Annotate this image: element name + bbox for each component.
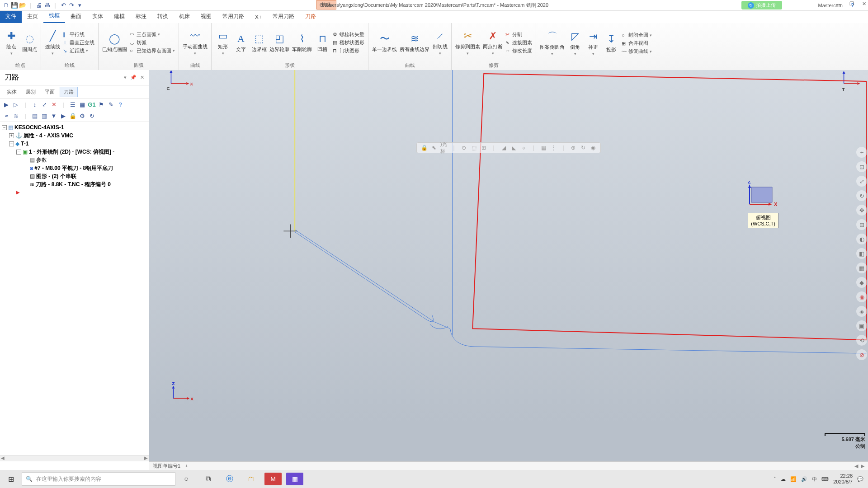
tab-model[interactable]: 建模 xyxy=(108,10,130,23)
tab-file[interactable]: 文件 xyxy=(0,10,22,23)
offset-button[interactable]: ⇥补正▾ xyxy=(585,30,601,56)
zoomin-icon[interactable]: ＋ xyxy=(856,147,867,158)
stairs[interactable]: ▤楼梯状图形 xyxy=(333,39,364,46)
lock-icon[interactable]: 🔒 xyxy=(69,112,76,119)
rect-button[interactable]: ▭矩形▾ xyxy=(215,30,231,56)
tab-machine[interactable]: 机床 xyxy=(174,10,195,23)
join[interactable]: ∿连接图素 xyxy=(505,39,532,46)
new-icon[interactable]: 🗋 xyxy=(3,2,10,9)
tab-transform[interactable]: 转换 xyxy=(152,10,174,23)
flag-icon[interactable]: ⚑ xyxy=(98,101,105,108)
hide-icon[interactable]: ◉ xyxy=(856,291,867,302)
graphics-viewport[interactable]: X Z C Z T X Z xyxy=(149,70,868,461)
top-icon[interactable]: ▣ xyxy=(856,320,867,331)
text-button[interactable]: A文字 xyxy=(233,33,249,53)
rotate-icon[interactable]: ↻ xyxy=(856,190,867,201)
wireframe-icon[interactable]: ▦ xyxy=(856,263,867,273)
operations-tree[interactable]: −▦ KESOCNC-4AXIS-1 +⚓ 属性 - 4 - AXIS VMC … xyxy=(0,122,149,198)
right-icon[interactable]: ▶ xyxy=(60,112,67,119)
keyboard-icon[interactable]: ⌨ xyxy=(821,476,829,482)
close-button[interactable]: ✕ xyxy=(862,1,866,7)
t2-icon[interactable]: ≋ xyxy=(12,112,19,119)
gear-icon[interactable]: ⚙ xyxy=(79,112,86,119)
parallel-line[interactable]: ∥平行线 xyxy=(63,31,94,38)
explorer-icon[interactable]: 🗀 xyxy=(241,470,262,488)
save-icon[interactable]: 💾 xyxy=(11,2,18,9)
point-button[interactable]: ✚绘点▾ xyxy=(4,30,19,56)
close-circle[interactable]: ○封闭全圆▾ xyxy=(622,32,652,38)
all-edges[interactable]: ≋所有曲线边界 xyxy=(400,33,429,53)
tangent-arc[interactable]: ◡切弧 xyxy=(130,39,175,46)
minimize-button[interactable]: — xyxy=(836,1,841,7)
help2-icon[interactable]: ? xyxy=(117,101,124,108)
bolt-vector[interactable]: ⚙螺栓转矢量 xyxy=(333,31,364,38)
tab-levels[interactable]: 层别 xyxy=(22,87,40,97)
panel-hscroll[interactable]: ◀▶ xyxy=(0,455,149,461)
printpv-icon[interactable]: 🖶 xyxy=(43,2,51,9)
fit-icon[interactable]: ⤢ xyxy=(856,176,867,187)
tab-toolpaths2[interactable]: 常用刀路 xyxy=(267,10,300,23)
insert-arrow-icon[interactable]: ▶ xyxy=(16,188,20,197)
turnprofile-button[interactable]: ⌇车削轮廓 xyxy=(292,33,312,53)
modify-len[interactable]: ↔修改长度 xyxy=(505,47,532,54)
notifications-icon[interactable]: 💬 xyxy=(857,476,863,482)
ime-indicator[interactable]: 中 xyxy=(812,476,817,483)
upload-button[interactable]: ↻拍摄上传 xyxy=(741,1,782,9)
lock2-icon[interactable]: 🔒 xyxy=(420,144,428,151)
network-icon[interactable]: 📶 xyxy=(790,476,797,482)
section-icon[interactable]: ⊟ xyxy=(856,219,867,230)
clock[interactable]: 22:282020/8/7 xyxy=(833,473,853,485)
edge-icon[interactable]: ⓔ xyxy=(219,470,241,488)
divide[interactable]: ✂分割 xyxy=(505,31,532,38)
door[interactable]: ⊓门状图形 xyxy=(333,47,364,54)
deselect-icon[interactable]: ▷ xyxy=(12,101,19,108)
tab-xplus[interactable]: X+ xyxy=(250,11,267,23)
zoomwin-icon[interactable]: ⊡ xyxy=(856,161,867,172)
taskview-icon[interactable]: ⧉ xyxy=(197,470,219,488)
perp-line[interactable]: ⊥垂直正交线 xyxy=(63,39,94,46)
close-panel-icon[interactable]: ✕ xyxy=(140,75,144,80)
project-button[interactable]: ↧投影 xyxy=(604,33,619,53)
t4-icon[interactable]: ▥ xyxy=(41,112,48,119)
maximize-button[interactable]: ❐ xyxy=(849,1,854,7)
slice[interactable]: ⟋剖切线▾ xyxy=(432,30,448,56)
start-button[interactable]: ⊞ xyxy=(0,470,22,488)
selection-contextbar[interactable]: 🔒⬉ )光标 | ⊙⬚⊞| ◢◣⟐| ▦⋮| ⊕↻◉ xyxy=(416,142,601,153)
closest-line[interactable]: ↘近距线▾ xyxy=(63,47,94,54)
relief-button[interactable]: ⊓凹槽 xyxy=(315,33,330,53)
expand-icon[interactable]: ⤢ xyxy=(41,101,48,108)
merge-view[interactable]: ⊞合并视图 xyxy=(622,40,652,47)
select-icon[interactable]: ▶ xyxy=(3,101,10,108)
tray-up-icon[interactable]: ˄ xyxy=(774,476,776,482)
down-icon[interactable]: ▼ xyxy=(50,112,57,119)
spline-button[interactable]: 〰手动画曲线▾ xyxy=(183,30,208,56)
cortana-icon[interactable]: ○ xyxy=(175,470,197,488)
pan-icon[interactable]: ✥ xyxy=(856,205,867,216)
iso-icon[interactable]: ◈ xyxy=(856,306,867,317)
refresh-icon[interactable]: ↻ xyxy=(88,112,95,119)
tab-toolpath-context[interactable]: 刀路 xyxy=(300,10,321,23)
trim-button[interactable]: ✂修剪到图素▾ xyxy=(455,30,480,56)
g-icon[interactable]: G1 xyxy=(88,101,95,108)
redo-icon[interactable]: ↷ xyxy=(68,2,75,9)
silhouette-button[interactable]: ◰边界轮廓 xyxy=(269,33,289,53)
x-icon[interactable]: ✕ xyxy=(50,101,57,108)
view-gnomon[interactable]: X Z xyxy=(737,181,778,214)
undo-icon[interactable]: ↶ xyxy=(60,2,67,9)
app2-icon[interactable]: ▦ xyxy=(284,470,306,488)
view-number[interactable]: 视图单编号1 xyxy=(153,463,180,469)
mastercam-app-icon[interactable]: M xyxy=(262,470,284,488)
taskbar-search[interactable]: 🔍 在这里输入你要搜索的内容 xyxy=(22,472,175,486)
cursor-icon[interactable]: ⬉ xyxy=(430,144,438,151)
material-icon[interactable]: ◆ xyxy=(856,277,867,288)
tab-toolpaths-side[interactable]: 刀路 xyxy=(60,87,78,97)
line-button[interactable]: ╱连续线▾ xyxy=(45,30,60,56)
tab-view[interactable]: 视图 xyxy=(195,10,217,23)
tab-home[interactable]: 主页 xyxy=(22,10,43,23)
bbox-button[interactable]: ⬚边界框 xyxy=(251,33,267,53)
prev-icon[interactable]: ⟲ xyxy=(856,335,867,346)
dropdown-icon[interactable]: ▾ xyxy=(124,75,127,80)
volume-icon[interactable]: 🔊 xyxy=(801,476,807,482)
tab-planes[interactable]: 平面 xyxy=(41,87,59,97)
shade-icon[interactable]: ◧ xyxy=(856,248,867,259)
